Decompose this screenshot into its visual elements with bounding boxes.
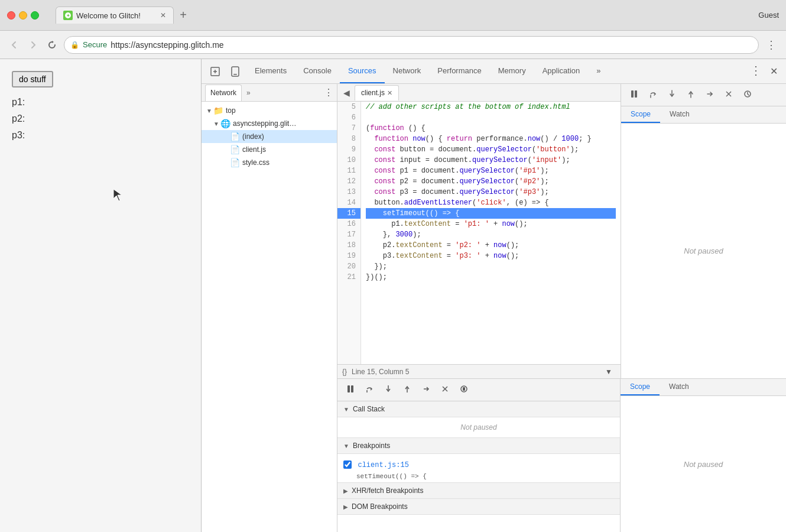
inspect-element-button[interactable]	[206, 64, 224, 79]
traffic-lights	[7, 11, 39, 20]
titlebar: ✦ Welcome to Glitch! ✕ + Guest	[0, 0, 786, 31]
code-line-20: });	[366, 261, 616, 272]
statusbar-dropdown-button[interactable]: ▼	[602, 365, 616, 378]
tab-scope[interactable]: Scope	[621, 106, 660, 123]
omnibox-bar: 🔒 Secure https://asyncstepping.glitch.me…	[0, 31, 786, 59]
deactivate-breakpoints-button[interactable]	[720, 87, 737, 103]
breakpoints-header[interactable]: ▼ Breakpoints	[337, 438, 620, 454]
back-button[interactable]	[7, 38, 21, 52]
sources-network-tab[interactable]: Network	[205, 85, 242, 101]
tab-more[interactable]: »	[588, 59, 609, 83]
tree-item-domain[interactable]: ▼ 🌐 asyncstepping.glit…	[202, 117, 337, 130]
step-out-button[interactable]	[683, 87, 699, 103]
sources-more-button[interactable]: »	[244, 89, 253, 97]
debug-not-paused-area: Not paused	[621, 396, 786, 532]
tab-sources[interactable]: Sources	[340, 59, 385, 83]
async-button[interactable]	[739, 87, 756, 103]
line-num-12: 12	[337, 176, 360, 187]
code-line-6	[366, 112, 616, 123]
tab-application[interactable]: Application	[534, 59, 589, 83]
call-stack-header[interactable]: ▼ Call Stack	[337, 401, 620, 417]
editor-tab-client[interactable]: client.js ✕	[355, 85, 399, 100]
dom-breakpoints-header[interactable]: ▶ DOM Breakpoints	[337, 499, 620, 515]
tree-label-style: style.css	[242, 158, 269, 167]
tab-console[interactable]: Console	[295, 59, 340, 83]
debug-bottom: ▼ Call Stack Not paused ▼ Breakpoint	[337, 378, 786, 532]
bottom-pause-button[interactable]	[342, 382, 359, 398]
minimize-button[interactable]	[19, 11, 27, 20]
forward-button[interactable]	[26, 38, 40, 52]
reload-button[interactable]	[45, 38, 59, 52]
tab-watch[interactable]: Watch	[660, 106, 699, 123]
code-line-21: })();	[366, 272, 616, 283]
code-line-15: setTimeout(() => {	[366, 208, 616, 219]
breakpoint-checkbox[interactable]	[343, 460, 352, 469]
device-toolbar-button[interactable]	[226, 64, 244, 79]
line-num-15: 15	[337, 208, 360, 219]
debug-tab-scope[interactable]: Scope	[621, 379, 660, 395]
tab-network[interactable]: Network	[385, 59, 430, 83]
debugger-toolbar	[621, 84, 786, 106]
p1-text: p1:	[12, 97, 189, 108]
debug-tab-watch[interactable]: Watch	[660, 379, 699, 395]
devtools-close-button[interactable]: ✕	[766, 63, 781, 79]
sources-toolbar: Network » ⋮	[202, 84, 337, 102]
tree-arrow-domain: ▼	[213, 121, 220, 127]
breakpoints-label: Breakpoints	[353, 442, 390, 450]
browser-menu-button[interactable]: ⋮	[764, 36, 779, 54]
bottom-deactivate-button[interactable]	[437, 382, 453, 398]
xhr-breakpoints-label: XHR/fetch Breakpoints	[352, 486, 423, 495]
maximize-button[interactable]	[31, 11, 39, 20]
new-tab-button[interactable]: +	[174, 6, 193, 25]
code-line-17: }, 3000);	[366, 229, 616, 240]
code-line-18: p2.textContent = 'p2: ' + now();	[366, 240, 616, 251]
tree-item-top[interactable]: ▼ 📁 top	[202, 104, 337, 117]
editor-tabs: ◀ client.js ✕	[337, 84, 621, 102]
tree-item-index[interactable]: 📄 (index)	[202, 130, 337, 143]
xhr-breakpoints-header[interactable]: ▶ XHR/fetch Breakpoints	[337, 483, 620, 499]
breakpoints-arrow: ▼	[343, 443, 349, 449]
tab-close-icon[interactable]: ✕	[160, 11, 166, 20]
bottom-step-over-button[interactable]	[361, 382, 378, 398]
address-bar[interactable]: 🔒 Secure https://asyncstepping.glitch.me	[64, 36, 759, 54]
editor-tab-close-icon[interactable]: ✕	[387, 89, 392, 97]
browser-tab[interactable]: ✦ Welcome to Glitch! ✕	[56, 7, 174, 24]
editor-toggle-button[interactable]: ◀	[341, 87, 352, 99]
tab-elements[interactable]: Elements	[246, 59, 295, 83]
sources-toolbar-dots[interactable]: ⋮	[324, 87, 333, 98]
step-button[interactable]	[701, 87, 718, 103]
tree-item-style[interactable]: 📄 style.css	[202, 156, 337, 169]
pause-resume-button[interactable]	[626, 87, 642, 103]
bottom-async-button[interactable]	[456, 382, 472, 398]
step-into-button[interactable]	[664, 87, 680, 103]
do-stuff-button[interactable]: do stuff	[12, 71, 53, 87]
code-content[interactable]: // add other scripts at the bottom of in…	[361, 102, 621, 364]
tab-performance[interactable]: Performance	[429, 59, 489, 83]
devtools-more-button[interactable]: ⋮	[748, 63, 764, 79]
debug-not-paused-text: Not paused	[684, 460, 723, 469]
close-button[interactable]	[7, 11, 15, 20]
statusbar-braces[interactable]: {}	[342, 368, 347, 376]
bottom-step-out-button[interactable]	[399, 382, 415, 398]
code-editor[interactable]: 5 6 7 8 9 10 11 12 13 14 15	[337, 102, 621, 364]
bottom-step-into-button[interactable]	[380, 382, 397, 398]
statusbar-position-text: Line 15, Column 5	[352, 368, 409, 376]
tab-memory[interactable]: Memory	[490, 59, 534, 83]
line-numbers: 5 6 7 8 9 10 11 12 13 14 15	[337, 102, 361, 364]
devtools-topbar: Elements Console Sources Network Perform…	[202, 59, 786, 84]
bottom-step-button[interactable]	[418, 382, 434, 398]
line-num-13: 13	[337, 187, 360, 197]
cursor-icon	[112, 188, 124, 202]
globe-icon: 🌐	[220, 119, 230, 128]
tree-item-client[interactable]: 📄 client.js	[202, 143, 337, 156]
code-line-8: function now() { return performance.now(…	[366, 134, 616, 144]
sources-main: ◀ client.js ✕ 5 6 7	[337, 84, 786, 532]
bottom-debugger-toolbar	[337, 379, 620, 401]
debug-right-panel: Scope Watch Not paused	[621, 379, 786, 532]
line-num-17: 17	[337, 229, 360, 240]
step-over-button[interactable]	[645, 87, 661, 103]
p3-text: p3:	[12, 130, 189, 141]
tree-label-domain: asyncstepping.glit…	[233, 119, 296, 128]
line-num-21: 21	[337, 272, 360, 283]
code-line-12: const p2 = document.querySelector('#p2')…	[366, 176, 616, 187]
